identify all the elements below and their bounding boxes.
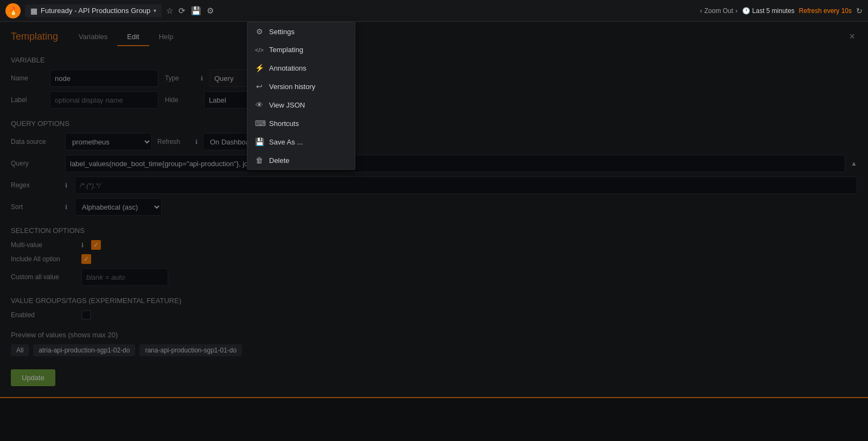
dashboard-grid-icon: ▦	[30, 7, 37, 15]
delete-item-label: Delete	[269, 156, 290, 165]
shortcuts-item-label: Shortcuts	[269, 119, 299, 128]
dashboard-title-text: Futuready - API Productions Group	[41, 7, 150, 15]
save-as-item-label: Save As ...	[269, 138, 303, 146]
grafana-logo[interactable]: 🔥	[5, 3, 21, 18]
topbar-icons: ☆ ⟳ 💾 ⚙	[166, 6, 214, 16]
settings-menu-item-settings[interactable]: ⚙ Settings	[247, 22, 355, 41]
zoom-area: ‹ Zoom Out ›	[700, 7, 737, 15]
time-range-label: Last 5 minutes	[752, 7, 795, 15]
annotations-item-label: Annotations	[269, 64, 307, 72]
star-icon[interactable]: ☆	[166, 6, 173, 16]
settings-menu-item-save-as[interactable]: 💾 Save As ...	[247, 133, 355, 151]
refresh-icon[interactable]: ↻	[856, 7, 863, 15]
grafana-icon: 🔥	[9, 7, 18, 15]
settings-menu-item-templating[interactable]: </> Templating	[247, 41, 355, 59]
clock-icon: 🕐	[742, 7, 750, 15]
settings-item-icon: ⚙	[255, 27, 264, 36]
share-icon[interactable]: ⟳	[178, 6, 186, 16]
settings-menu-item-shortcuts[interactable]: ⌨ Shortcuts	[247, 114, 355, 133]
zoom-out-label[interactable]: Zoom Out	[704, 7, 733, 15]
delete-item-icon: 🗑	[255, 156, 264, 165]
settings-menu-item-annotations[interactable]: ⚡ Annotations	[247, 59, 355, 77]
shortcuts-item-icon: ⌨	[255, 119, 264, 128]
view-json-item-icon: 👁	[255, 100, 264, 109]
view-json-item-label: View JSON	[269, 101, 305, 109]
settings-menu-item-delete[interactable]: 🗑 Delete	[247, 151, 355, 169]
settings-icon[interactable]: ⚙	[207, 6, 214, 16]
zoom-out-right-icon[interactable]: ›	[736, 7, 738, 15]
settings-menu-item-version-history[interactable]: ↩ Version history	[247, 77, 355, 96]
time-range[interactable]: 🕐 Last 5 minutes	[742, 7, 795, 15]
settings-menu-item-view-json[interactable]: 👁 View JSON	[247, 96, 355, 114]
topbar: 🔥 ▦ Futuready - API Productions Group ▾ …	[0, 0, 868, 22]
dashboard-title[interactable]: ▦ Futuready - API Productions Group ▾	[25, 4, 162, 17]
topbar-left: 🔥 ▦ Futuready - API Productions Group ▾ …	[5, 3, 700, 18]
settings-dropdown: ⚙ Settings </> Templating ⚡ Annotations …	[247, 22, 355, 170]
version-history-item-label: Version history	[269, 83, 315, 91]
version-history-item-icon: ↩	[255, 82, 264, 91]
save-as-item-icon: 💾	[255, 137, 264, 146]
topbar-right: ‹ Zoom Out › 🕐 Last 5 minutes Refresh ev…	[700, 7, 863, 15]
refresh-label[interactable]: Refresh every 10s	[799, 7, 852, 15]
dropdown-overlay[interactable]	[0, 22, 868, 398]
annotations-item-icon: ⚡	[255, 64, 264, 72]
zoom-out-left-icon[interactable]: ‹	[700, 7, 702, 15]
dashboard-chevron-icon: ▾	[154, 8, 156, 14]
settings-item-label: Settings	[269, 28, 295, 36]
save-icon[interactable]: 💾	[191, 6, 201, 16]
templating-item-icon: </>	[255, 47, 264, 53]
templating-item-label: Templating	[269, 46, 303, 54]
